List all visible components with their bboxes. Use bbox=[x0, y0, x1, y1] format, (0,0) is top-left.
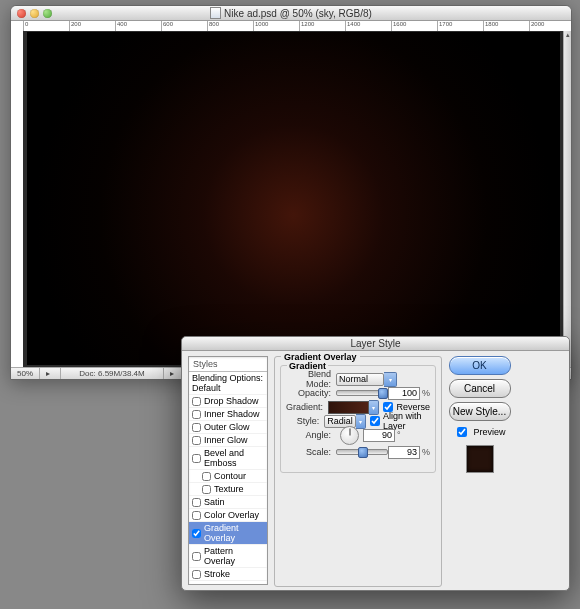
document-window: Nike ad.psd @ 50% (sky, RGB/8) 020040060… bbox=[10, 5, 572, 380]
style-label: Stroke bbox=[204, 569, 230, 579]
style-row-satin[interactable]: Satin bbox=[189, 496, 267, 509]
document-icon bbox=[210, 7, 221, 19]
style-label: Color Overlay bbox=[204, 510, 259, 520]
blend-mode-select[interactable]: Normal bbox=[336, 373, 384, 386]
style-checkbox[interactable] bbox=[192, 570, 201, 579]
styles-header[interactable]: Styles bbox=[189, 357, 267, 372]
style-label: Satin bbox=[204, 497, 225, 507]
doc-size[interactable]: Doc: 6.59M/38.4M bbox=[61, 368, 164, 379]
ok-button[interactable]: OK bbox=[449, 356, 511, 375]
angle-input[interactable] bbox=[363, 429, 395, 442]
style-label: Bevel and Emboss bbox=[204, 448, 264, 468]
blending-options-label: Blending Options: Default bbox=[192, 373, 264, 393]
align-checkbox[interactable] bbox=[370, 416, 380, 426]
dialog-title[interactable]: Layer Style bbox=[182, 337, 569, 351]
window-title: Nike ad.psd @ 50% (sky, RGB/8) bbox=[11, 7, 571, 19]
style-row-bevel[interactable]: Bevel and Emboss bbox=[189, 447, 267, 470]
scroll-up-icon[interactable]: ▴ bbox=[564, 31, 571, 39]
style-row-inner_glow[interactable]: Inner Glow bbox=[189, 434, 267, 447]
cancel-button[interactable]: Cancel bbox=[449, 379, 511, 398]
style-label: Outer Glow bbox=[204, 422, 250, 432]
style-label: Pattern Overlay bbox=[204, 546, 264, 566]
macos-titlebar[interactable]: Nike ad.psd @ 50% (sky, RGB/8) bbox=[11, 6, 571, 21]
style-row-stroke[interactable]: Stroke bbox=[189, 568, 267, 581]
preview-label: Preview bbox=[473, 427, 505, 437]
style-label: Gradient Overlay bbox=[204, 523, 264, 543]
style-checkbox[interactable] bbox=[192, 552, 201, 561]
style-checkbox[interactable] bbox=[202, 485, 211, 494]
style-checkbox[interactable] bbox=[192, 498, 201, 507]
style-row-color_ov[interactable]: Color Overlay bbox=[189, 509, 267, 522]
style-checkbox[interactable] bbox=[192, 529, 201, 538]
new-style-button[interactable]: New Style... bbox=[449, 402, 511, 421]
gradient-picker-icon[interactable]: ▾ bbox=[369, 400, 379, 415]
style-label: Inner Shadow bbox=[204, 409, 260, 419]
angle-label: Angle: bbox=[286, 430, 331, 440]
zoom-level[interactable]: 50% bbox=[11, 368, 40, 379]
chevron-down-icon[interactable]: ▾ bbox=[384, 372, 397, 387]
style-label: Texture bbox=[214, 484, 244, 494]
settings-panel: Gradient Overlay Gradient Blend Mode: No… bbox=[274, 356, 442, 585]
opacity-slider[interactable] bbox=[336, 390, 388, 396]
style-label: Drop Shadow bbox=[204, 396, 259, 406]
gradient-label: Gradient: bbox=[286, 402, 323, 412]
opacity-label: Opacity: bbox=[286, 388, 331, 398]
status-chevron-icon[interactable]: ▸ bbox=[40, 368, 61, 379]
blending-options-row[interactable]: Blending Options: Default bbox=[189, 372, 267, 395]
percent-label: % bbox=[422, 447, 430, 457]
dialog-buttons: OK Cancel New Style... Preview bbox=[448, 356, 511, 585]
layer-style-dialog: Layer Style Styles Blending Options: Def… bbox=[181, 336, 570, 591]
style-label: Contour bbox=[214, 471, 246, 481]
style-row-grad_ov[interactable]: Gradient Overlay bbox=[189, 522, 267, 545]
scale-label: Scale: bbox=[286, 447, 331, 457]
style-checkbox[interactable] bbox=[192, 454, 201, 463]
style-label: Style: bbox=[286, 416, 319, 426]
style-checkbox[interactable] bbox=[192, 423, 201, 432]
opacity-input[interactable] bbox=[388, 387, 420, 400]
degree-label: ° bbox=[397, 430, 401, 440]
style-checkbox[interactable] bbox=[192, 397, 201, 406]
style-checkbox[interactable] bbox=[192, 436, 201, 445]
gradient-swatch[interactable] bbox=[328, 401, 369, 414]
style-row-inner_shadow[interactable]: Inner Shadow bbox=[189, 408, 267, 421]
style-row-pat_ov[interactable]: Pattern Overlay bbox=[189, 545, 267, 568]
style-row-drop_shadow[interactable]: Drop Shadow bbox=[189, 395, 267, 408]
style-row-texture[interactable]: Texture bbox=[189, 483, 267, 496]
style-checkbox[interactable] bbox=[202, 472, 211, 481]
angle-dial[interactable] bbox=[340, 426, 359, 445]
style-checkbox[interactable] bbox=[192, 410, 201, 419]
preview-swatch bbox=[466, 445, 494, 473]
style-label: Inner Glow bbox=[204, 435, 248, 445]
window-title-text: Nike ad.psd @ 50% (sky, RGB/8) bbox=[224, 8, 372, 19]
blend-mode-label: Blend Mode: bbox=[286, 369, 331, 389]
style-row-outer_glow[interactable]: Outer Glow bbox=[189, 421, 267, 434]
canvas[interactable] bbox=[27, 32, 560, 365]
canvas-area bbox=[23, 31, 564, 368]
group-title: Gradient bbox=[287, 361, 328, 371]
scale-slider[interactable] bbox=[336, 449, 388, 455]
styles-panel: Styles Blending Options: Default Drop Sh… bbox=[188, 356, 268, 585]
scale-input[interactable] bbox=[388, 446, 420, 459]
style-row-contour[interactable]: Contour bbox=[189, 470, 267, 483]
vertical-scrollbar[interactable]: ▴ bbox=[563, 31, 571, 368]
style-checkbox[interactable] bbox=[192, 511, 201, 520]
percent-label: % bbox=[422, 388, 430, 398]
chevron-down-icon[interactable]: ▾ bbox=[356, 414, 366, 429]
preview-checkbox[interactable] bbox=[457, 427, 467, 437]
